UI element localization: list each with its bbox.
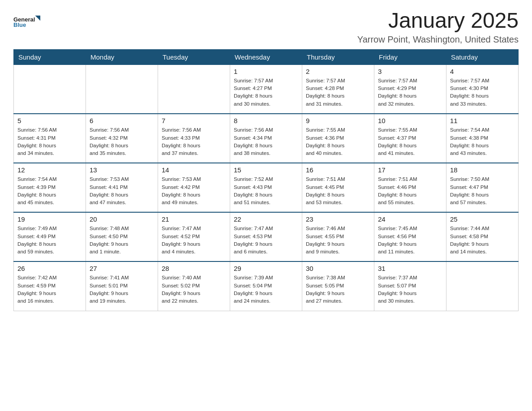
day-number: 19: [17, 215, 82, 223]
week-row-5: 26Sunrise: 7:42 AMSunset: 4:59 PMDayligh…: [14, 261, 519, 311]
day-number: 7: [162, 117, 226, 124]
calendar-cell: 13Sunrise: 7:53 AMSunset: 4:41 PMDayligh…: [86, 163, 158, 212]
day-number: 13: [90, 166, 154, 174]
calendar-title: January 2025: [357, 9, 519, 33]
day-info: Sunrise: 7:50 AMSunset: 4:47 PMDaylight:…: [450, 176, 515, 206]
day-number: 15: [234, 166, 298, 174]
calendar-cell: 7Sunrise: 7:56 AMSunset: 4:33 PMDaylight…: [158, 114, 230, 163]
day-info: Sunrise: 7:47 AMSunset: 4:53 PMDaylight:…: [234, 225, 298, 256]
week-row-3: 12Sunrise: 7:54 AMSunset: 4:39 PMDayligh…: [14, 163, 519, 212]
day-info: Sunrise: 7:51 AMSunset: 4:45 PMDaylight:…: [306, 176, 370, 206]
day-info: Sunrise: 7:40 AMSunset: 5:02 PMDaylight:…: [162, 274, 226, 305]
day-info: Sunrise: 7:41 AMSunset: 5:01 PMDaylight:…: [90, 274, 154, 305]
calendar-cell: [446, 261, 519, 311]
calendar-cell: [86, 64, 158, 114]
day-info: Sunrise: 7:47 AMSunset: 4:52 PMDaylight:…: [162, 225, 226, 256]
day-info: Sunrise: 7:56 AMSunset: 4:33 PMDaylight:…: [162, 126, 226, 157]
day-number: 18: [450, 166, 515, 174]
day-number: 22: [234, 215, 298, 223]
calendar-cell: 19Sunrise: 7:49 AMSunset: 4:49 PMDayligh…: [14, 212, 86, 261]
weekday-header-monday: Monday: [86, 49, 158, 64]
day-number: 9: [306, 117, 370, 124]
day-info: Sunrise: 7:53 AMSunset: 4:42 PMDaylight:…: [162, 176, 226, 206]
weekday-header-row: SundayMondayTuesdayWednesdayThursdayFrid…: [14, 49, 519, 64]
weekday-header-wednesday: Wednesday: [230, 49, 302, 64]
day-number: 5: [17, 117, 82, 124]
day-info: Sunrise: 7:52 AMSunset: 4:43 PMDaylight:…: [234, 176, 298, 206]
day-number: 31: [378, 265, 442, 272]
calendar-cell: 14Sunrise: 7:53 AMSunset: 4:42 PMDayligh…: [158, 163, 230, 212]
day-number: 16: [306, 166, 370, 174]
calendar-cell: 26Sunrise: 7:42 AMSunset: 4:59 PMDayligh…: [14, 261, 86, 311]
weekday-header-friday: Friday: [374, 49, 446, 64]
day-number: 14: [162, 166, 226, 174]
day-number: 17: [378, 166, 442, 174]
day-info: Sunrise: 7:39 AMSunset: 5:04 PMDaylight:…: [234, 274, 298, 305]
logo: General Blue: [13, 9, 40, 34]
calendar-cell: 15Sunrise: 7:52 AMSunset: 4:43 PMDayligh…: [230, 163, 302, 212]
day-info: Sunrise: 7:42 AMSunset: 4:59 PMDaylight:…: [17, 274, 82, 305]
day-number: 2: [306, 68, 370, 75]
day-number: 8: [234, 117, 298, 124]
calendar-cell: 24Sunrise: 7:45 AMSunset: 4:56 PMDayligh…: [374, 212, 446, 261]
day-info: Sunrise: 7:48 AMSunset: 4:50 PMDaylight:…: [90, 225, 154, 256]
week-row-2: 5Sunrise: 7:56 AMSunset: 4:31 PMDaylight…: [14, 114, 519, 163]
calendar-cell: 8Sunrise: 7:56 AMSunset: 4:34 PMDaylight…: [230, 114, 302, 163]
day-number: 30: [306, 265, 370, 272]
calendar-cell: 18Sunrise: 7:50 AMSunset: 4:47 PMDayligh…: [446, 163, 519, 212]
calendar-cell: 20Sunrise: 7:48 AMSunset: 4:50 PMDayligh…: [86, 212, 158, 261]
calendar-subtitle: Yarrow Point, Washington, United States: [357, 34, 519, 45]
calendar-cell: 1Sunrise: 7:57 AMSunset: 4:27 PMDaylight…: [230, 64, 302, 114]
day-info: Sunrise: 7:46 AMSunset: 4:55 PMDaylight:…: [306, 225, 370, 256]
calendar-cell: 16Sunrise: 7:51 AMSunset: 4:45 PMDayligh…: [302, 163, 374, 212]
weekday-header-thursday: Thursday: [302, 49, 374, 64]
calendar-cell: [158, 64, 230, 114]
day-number: 12: [17, 166, 82, 174]
calendar-cell: 5Sunrise: 7:56 AMSunset: 4:31 PMDaylight…: [14, 114, 86, 163]
calendar-cell: 17Sunrise: 7:51 AMSunset: 4:46 PMDayligh…: [374, 163, 446, 212]
day-info: Sunrise: 7:57 AMSunset: 4:28 PMDaylight:…: [306, 77, 370, 108]
day-number: 10: [378, 117, 442, 124]
logo-icon: General Blue: [13, 9, 40, 34]
calendar-table: SundayMondayTuesdayWednesdayThursdayFrid…: [13, 49, 519, 311]
calendar-cell: 4Sunrise: 7:57 AMSunset: 4:30 PMDaylight…: [446, 64, 519, 114]
week-row-4: 19Sunrise: 7:49 AMSunset: 4:49 PMDayligh…: [14, 212, 519, 261]
title-section: January 2025 Yarrow Point, Washington, U…: [357, 9, 519, 45]
calendar-cell: 3Sunrise: 7:57 AMSunset: 4:29 PMDaylight…: [374, 64, 446, 114]
day-number: 21: [162, 215, 226, 223]
calendar-cell: 6Sunrise: 7:56 AMSunset: 4:32 PMDaylight…: [86, 114, 158, 163]
calendar-cell: 29Sunrise: 7:39 AMSunset: 5:04 PMDayligh…: [230, 261, 302, 311]
weekday-header-saturday: Saturday: [446, 49, 519, 64]
day-info: Sunrise: 7:56 AMSunset: 4:34 PMDaylight:…: [234, 126, 298, 157]
day-number: 29: [234, 265, 298, 272]
week-row-1: 1Sunrise: 7:57 AMSunset: 4:27 PMDaylight…: [14, 64, 519, 114]
day-number: 25: [450, 215, 515, 223]
calendar-cell: 2Sunrise: 7:57 AMSunset: 4:28 PMDaylight…: [302, 64, 374, 114]
day-number: 1: [234, 68, 298, 75]
day-info: Sunrise: 7:54 AMSunset: 4:39 PMDaylight:…: [17, 176, 82, 206]
day-number: 11: [450, 117, 515, 124]
day-number: 24: [378, 215, 442, 223]
day-info: Sunrise: 7:55 AMSunset: 4:37 PMDaylight:…: [378, 126, 442, 157]
day-number: 27: [90, 265, 154, 272]
day-info: Sunrise: 7:53 AMSunset: 4:41 PMDaylight:…: [90, 176, 154, 206]
day-number: 4: [450, 68, 515, 75]
day-info: Sunrise: 7:56 AMSunset: 4:31 PMDaylight:…: [17, 126, 82, 157]
day-number: 26: [17, 265, 82, 272]
day-number: 3: [378, 68, 442, 75]
calendar-cell: [14, 64, 86, 114]
day-number: 28: [162, 265, 226, 272]
day-info: Sunrise: 7:57 AMSunset: 4:27 PMDaylight:…: [234, 77, 298, 108]
calendar-cell: 28Sunrise: 7:40 AMSunset: 5:02 PMDayligh…: [158, 261, 230, 311]
weekday-header-tuesday: Tuesday: [158, 49, 230, 64]
calendar-cell: 27Sunrise: 7:41 AMSunset: 5:01 PMDayligh…: [86, 261, 158, 311]
day-info: Sunrise: 7:56 AMSunset: 4:32 PMDaylight:…: [90, 126, 154, 157]
header: General Blue January 2025 Yarrow Point, …: [13, 9, 519, 45]
calendar-cell: 10Sunrise: 7:55 AMSunset: 4:37 PMDayligh…: [374, 114, 446, 163]
day-info: Sunrise: 7:37 AMSunset: 5:07 PMDaylight:…: [378, 274, 442, 305]
calendar-cell: 9Sunrise: 7:55 AMSunset: 4:36 PMDaylight…: [302, 114, 374, 163]
day-info: Sunrise: 7:54 AMSunset: 4:38 PMDaylight:…: [450, 126, 515, 157]
day-info: Sunrise: 7:57 AMSunset: 4:30 PMDaylight:…: [450, 77, 515, 108]
calendar-cell: 25Sunrise: 7:44 AMSunset: 4:58 PMDayligh…: [446, 212, 519, 261]
day-number: 6: [90, 117, 154, 124]
